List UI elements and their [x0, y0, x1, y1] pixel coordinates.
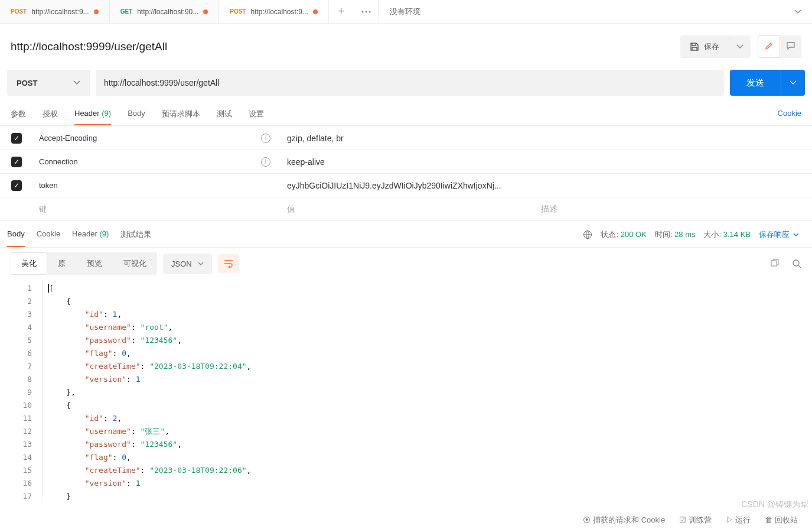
view-raw[interactable]: 原 — [47, 252, 76, 275]
header-key[interactable]: token — [39, 181, 58, 190]
tab-prerequest[interactable]: 预请求脚本 — [162, 103, 200, 125]
method-badge: POST — [11, 8, 27, 15]
method-selector[interactable]: POST — [7, 70, 90, 96]
svg-point-0 — [361, 11, 363, 12]
header-checkbox[interactable]: ✓ — [11, 133, 22, 144]
header-key[interactable]: Connection — [39, 157, 78, 166]
method-label: POST — [17, 79, 37, 87]
info-icon: i — [261, 134, 270, 143]
tab-overflow-button[interactable] — [354, 0, 379, 23]
view-pretty[interactable]: 美化 — [11, 252, 47, 275]
send-dropdown-button[interactable] — [781, 70, 805, 96]
request-tab-1[interactable]: GET http://localhost:90... — [110, 0, 220, 23]
svg-rect-4 — [771, 261, 777, 266]
chevron-down-icon — [73, 80, 80, 85]
top-tab-bar: POST http://localhost:9... GET http://lo… — [0, 0, 812, 24]
response-status-bar: 状态: 200 OK 时间: 28 ms 大小: 3.14 KB 保存响应 — [583, 229, 799, 240]
header-row-empty: 键 值 描述 — [0, 197, 812, 220]
tab-params[interactable]: 参数 — [11, 103, 26, 125]
tab-title: http://localhost:9... — [31, 8, 89, 16]
search-icon[interactable] — [792, 259, 801, 268]
svg-point-1 — [365, 11, 367, 12]
watermark: CSDN @铸键为犁 — [741, 499, 808, 509]
svg-point-5 — [793, 260, 799, 266]
svg-point-2 — [369, 11, 370, 12]
request-title-bar: http://localhost:9999/user/getAll 保存 — [0, 24, 812, 70]
view-preview[interactable]: 预览 — [76, 252, 113, 275]
save-label: 保存 — [704, 41, 719, 52]
response-tab-results[interactable]: 测试结果 — [120, 222, 151, 247]
time-value: 28 ms — [674, 230, 695, 239]
method-badge: GET — [120, 8, 133, 15]
info-icon: i — [261, 157, 270, 167]
save-dropdown-button[interactable] — [729, 35, 751, 58]
header-value[interactable]: keep-alive — [281, 157, 535, 167]
tab-auth[interactable]: 授权 — [43, 103, 58, 125]
response-tab-body[interactable]: Body — [7, 222, 25, 247]
method-badge: POST — [230, 8, 246, 15]
response-tab-headers[interactable]: Header (9) — [72, 222, 109, 247]
request-tab-2[interactable]: POST http://localhost:9... — [219, 0, 329, 23]
line-gutter: 1234567891011121314151617 — [0, 280, 43, 503]
chevron-down-icon — [794, 9, 801, 14]
send-button[interactable]: 发送 — [730, 70, 781, 96]
environment-label: 没有环境 — [390, 7, 420, 17]
header-value[interactable]: eyJhbGciOiJIUzI1NiJ9.eyJzdWIiOiJyb290Iiw… — [281, 181, 535, 190]
copy-icon[interactable] — [769, 259, 779, 268]
header-value[interactable]: gzip, deflate, br — [281, 134, 535, 143]
cookies-link[interactable]: Cookie — [778, 103, 801, 125]
comment-button[interactable] — [780, 35, 801, 58]
header-desc-placeholder[interactable]: 描述 — [535, 204, 812, 215]
save-button-group: 保存 — [680, 35, 751, 58]
tab-tests[interactable]: 测试 — [217, 103, 232, 125]
environment-selector[interactable]: 没有环境 — [379, 0, 812, 23]
request-title: http://localhost:9999/user/getAll — [11, 40, 167, 53]
tab-headers[interactable]: Header (9) — [74, 103, 111, 125]
header-value-placeholder[interactable]: 值 — [281, 204, 535, 215]
edit-button[interactable] — [758, 35, 780, 58]
request-section-tabs: 参数 授权 Header (9) Body 预请求脚本 测试 设置 Cookie — [0, 99, 812, 126]
url-input[interactable]: http://localhost:9999/user/getAll — [96, 70, 724, 96]
tab-settings[interactable]: 设置 — [249, 103, 264, 125]
tab-body[interactable]: Body — [128, 103, 145, 125]
headers-table: ✓ Accept-Encodingi gzip, deflate, br ✓ C… — [0, 126, 812, 221]
header-row: ✓ token eyJhbGciOiJIUzI1NiJ9.eyJzdWIiOiJ… — [0, 173, 812, 197]
edit-button-group — [758, 35, 801, 58]
dirty-dot-icon — [94, 9, 99, 14]
header-row: ✓ Accept-Encodingi gzip, deflate, br — [0, 126, 812, 150]
request-url-row: POST http://localhost:9999/user/getAll 发… — [0, 70, 812, 99]
header-checkbox[interactable]: ✓ — [11, 180, 22, 191]
response-section-tabs: Body Cookie Header (9) 测试结果 状态: 200 OK 时… — [0, 222, 812, 248]
new-tab-button[interactable]: + — [329, 0, 354, 23]
save-icon — [690, 42, 699, 51]
response-view-toolbar: 美化 原 预览 可视化 JSON — [0, 248, 812, 280]
tab-title: http://localhost:9... — [250, 8, 308, 16]
wrap-lines-button[interactable] — [218, 254, 239, 273]
save-button[interactable]: 保存 — [680, 35, 729, 58]
view-visual[interactable]: 可视化 — [113, 252, 157, 275]
response-tab-cookie[interactable]: Cookie — [37, 222, 60, 247]
response-body-text[interactable]: [ { "id": 1, "username": "root", "passwo… — [43, 280, 812, 503]
globe-icon[interactable] — [583, 230, 592, 239]
size-value: 3.14 KB — [723, 230, 751, 239]
format-selector[interactable]: JSON — [163, 254, 212, 274]
dirty-dot-icon — [313, 9, 318, 14]
header-key[interactable]: Accept-Encoding — [39, 134, 97, 142]
save-response-button[interactable]: 保存响应 — [759, 229, 799, 240]
response-body-viewer: 1234567891011121314151617 [ { "id": 1, "… — [0, 280, 812, 509]
tab-title: http://localhost:90... — [137, 8, 198, 16]
request-tab-0[interactable]: POST http://localhost:9... — [0, 0, 110, 23]
status-value: 200 OK — [621, 230, 647, 239]
dirty-dot-icon — [203, 9, 208, 14]
header-row: ✓ Connectioni keep-alive — [0, 150, 812, 173]
header-checkbox[interactable]: ✓ — [11, 157, 22, 167]
header-key-placeholder[interactable]: 键 — [33, 204, 281, 215]
